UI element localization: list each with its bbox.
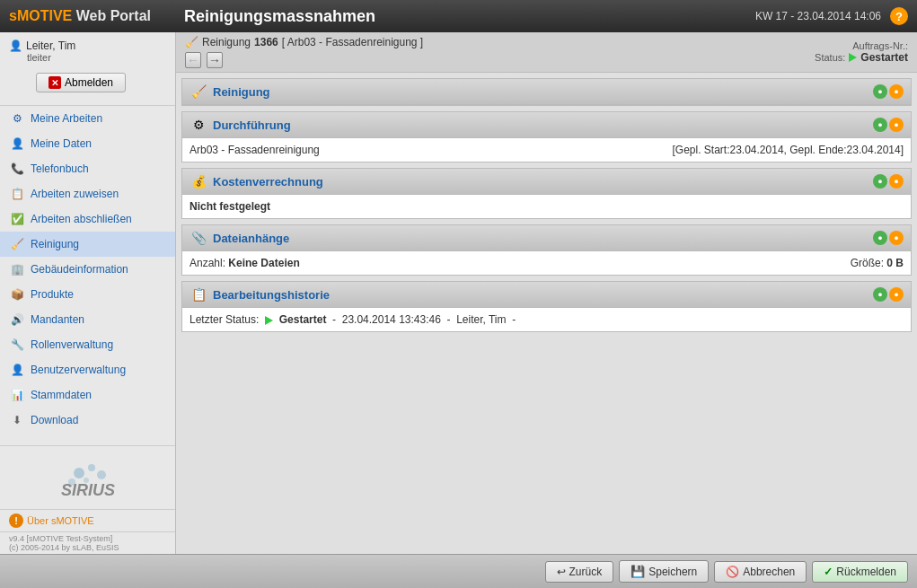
main-layout: 👤 Leiter, Tim tleiter ✕ Abmelden ⚙ Meine… [0, 32, 917, 554]
status-line: Status: Gestartet [815, 51, 908, 64]
user-login: tleiter [9, 52, 166, 63]
gear-icon: ⚙ [9, 110, 25, 127]
section-durchfuehrung: ⚙ Durchführung ● ● Arb03 - Fassadenreini… [181, 111, 912, 162]
cleaning-icon: 🧹 [9, 236, 25, 252]
durchfuehrung-row: Arb03 - Fassadenreinigung [Gepl. Start:2… [190, 144, 904, 156]
sidebar-item-rollenverwaltung[interactable]: 🔧 Rollenverwaltung [0, 332, 175, 357]
toggle-orange-btn-5[interactable]: ● [889, 287, 904, 302]
toggle-green-btn-2[interactable]: ● [873, 118, 887, 132]
section-bearbeitungshistorie: 📋 Bearbeitungshistorie ● ● Letzter Statu… [181, 281, 912, 332]
breadcrumb-nav: ← → [185, 52, 423, 68]
durchfuehrung-section-icon: ⚙ [190, 116, 207, 134]
section-bearbeitungshistorie-header[interactable]: 📋 Bearbeitungshistorie ● ● [182, 282, 911, 308]
content-header-right: Auftrags-Nr.: Status: Gestartet [815, 40, 908, 64]
section-datei-toggle: ● ● [873, 231, 904, 245]
content-area: 🧹 Reinigung 1366 [ Arb03 - Fassadenreini… [176, 32, 917, 554]
nav-back-arrow[interactable]: ← [185, 52, 201, 68]
master-icon: 📊 [9, 387, 25, 403]
section-dateianhaenge-header[interactable]: 📎 Dateianhänge ● ● [182, 225, 911, 251]
section-kostenverrechnung-header[interactable]: 💰 Kostenverrechnung ● ● [182, 169, 911, 195]
abbrechen-button[interactable]: Abbrechen [714, 561, 807, 583]
toggle-green-btn-5[interactable]: ● [873, 287, 887, 302]
user-icon: 👤 [9, 39, 22, 52]
roles-icon: 🔧 [9, 337, 25, 353]
datei-row: Anzahl: Keine Dateien Größe: 0 B [190, 257, 904, 269]
user-name: 👤 Leiter, Tim [9, 39, 166, 52]
content-body: 🧹 Reinigung ● ● ⚙ Durchführung [176, 73, 917, 554]
save-icon [630, 565, 645, 578]
auftrags-nr-label: Auftrags-Nr.: [815, 40, 908, 51]
user-icon: 👤 [9, 136, 25, 152]
sidebar-item-download[interactable]: ⬇ Download [0, 408, 175, 433]
breadcrumb: 🧹 Reinigung 1366 [ Arb03 - Fassadenreini… [185, 36, 423, 48]
section-dateianhaenge: 📎 Dateianhänge ● ● Anzahl: Keine Dateien… [181, 224, 912, 276]
section-history-body: Letzter Status: Gestartet - 23.04.2014 1… [182, 308, 911, 331]
help-icon[interactable]: ? [890, 7, 908, 25]
status-badge: Gestartet [860, 51, 908, 64]
section-reinigung-header[interactable]: 🧹 Reinigung ● ● [182, 79, 911, 105]
speichern-button[interactable]: Speichern [619, 560, 709, 583]
svg-text:SIRIUS: SIRIUS [61, 481, 115, 499]
x-icon: ✕ [48, 76, 61, 89]
download-icon: ⬇ [9, 412, 25, 428]
about-link[interactable]: ! Über sMOTIVE [9, 513, 166, 528]
section-reinigung-toggle: ● ● [873, 84, 904, 99]
mandant-icon: 🔊 [9, 312, 25, 328]
about-icon: ! [9, 513, 23, 528]
datetime: KW 17 - 23.04.2014 14:06 [755, 10, 881, 22]
toggle-green-btn-3[interactable]: ● [873, 174, 887, 189]
history-row: Letzter Status: Gestartet - 23.04.2014 1… [190, 313, 904, 326]
sidebar-nav: ⚙ Meine Arbeiten 👤 Meine Daten 📞 Telefon… [0, 106, 175, 445]
content-header-left: 🧹 Reinigung 1366 [ Arb03 - Fassadenreini… [185, 36, 423, 68]
logo-highlight: s [9, 8, 17, 23]
sidebar-item-meine-arbeiten[interactable]: ⚙ Meine Arbeiten [0, 106, 175, 131]
top-header: sMOTIVE Web Portal Reinigungsmassnahmen … [0, 0, 917, 32]
section-reinigung: 🧹 Reinigung ● ● [181, 78, 912, 106]
sidebar-item-mandanten[interactable]: 🔊 Mandanten [0, 307, 175, 332]
sidebar-item-gebaeudeinformation[interactable]: 🏢 Gebäudeinformation [0, 257, 175, 282]
sidebar-item-reinigung[interactable]: 🧹 Reinigung [0, 232, 175, 257]
logo-smotive: MOTIVE [17, 8, 72, 23]
sirius-svg: SIRIUS [52, 455, 124, 500]
report-icon [824, 566, 833, 578]
section-durchfuehrung-body: Arb03 - Fassadenreinigung [Gepl. Start:2… [182, 138, 911, 162]
sirius-logo: SIRIUS [0, 445, 175, 509]
rueckmelden-button[interactable]: Rückmelden [812, 561, 908, 583]
sidebar-item-produkte[interactable]: 📦 Produkte [0, 282, 175, 307]
sidebar-user: 👤 Leiter, Tim tleiter ✕ Abmelden [0, 32, 175, 106]
sidebar-item-benutzerverwaltung[interactable]: 👤 Benutzerverwaltung [0, 357, 175, 382]
toggle-orange-btn-3[interactable]: ● [889, 174, 904, 189]
sidebar: 👤 Leiter, Tim tleiter ✕ Abmelden ⚙ Meine… [0, 32, 176, 554]
breadcrumb-icon: 🧹 [185, 36, 198, 48]
section-durchfuehrung-toggle: ● ● [873, 118, 904, 132]
sidebar-item-telefonbuch[interactable]: 📞 Telefonbuch [0, 156, 175, 181]
page-title: Reinigungsmassnahmen [184, 7, 755, 26]
back-icon [557, 566, 566, 578]
sidebar-item-meine-daten[interactable]: 👤 Meine Daten [0, 131, 175, 156]
products-icon: 📦 [9, 286, 25, 303]
toggle-green-btn-4[interactable]: ● [873, 231, 887, 245]
sidebar-item-arbeiten-zuweisen[interactable]: 📋 Arbeiten zuweisen [0, 181, 175, 206]
svg-point-0 [74, 468, 84, 478]
zurueck-button[interactable]: Zurück [545, 561, 614, 583]
svg-point-2 [97, 470, 106, 479]
sidebar-about: ! Über sMOTIVE [0, 509, 175, 531]
section-kosten-body: Nicht festgelegt [182, 195, 911, 218]
history-section-icon: 📋 [190, 285, 207, 303]
cancel-icon [726, 566, 739, 578]
toggle-orange-btn-2[interactable]: ● [889, 118, 904, 132]
section-durchfuehrung-header[interactable]: ⚙ Durchführung ● ● [182, 112, 911, 138]
play-icon [849, 53, 857, 62]
sidebar-item-stammdaten[interactable]: 📊 Stammdaten [0, 382, 175, 408]
nav-forward-arrow[interactable]: → [207, 52, 223, 68]
sidebar-item-arbeiten-abschliessen[interactable]: ✅ Arbeiten abschließen [0, 206, 175, 232]
svg-point-1 [88, 464, 95, 471]
reinigung-section-icon: 🧹 [190, 83, 207, 101]
kosten-section-icon: 💰 [190, 172, 207, 190]
toggle-orange-btn-4[interactable]: ● [889, 231, 904, 245]
toggle-green-btn[interactable]: ● [873, 84, 887, 99]
section-history-toggle: ● ● [873, 287, 904, 302]
toggle-orange-btn[interactable]: ● [889, 84, 904, 99]
abmelden-button[interactable]: ✕ Abmelden [36, 73, 126, 92]
logo: sMOTIVE Web Portal [9, 8, 184, 24]
